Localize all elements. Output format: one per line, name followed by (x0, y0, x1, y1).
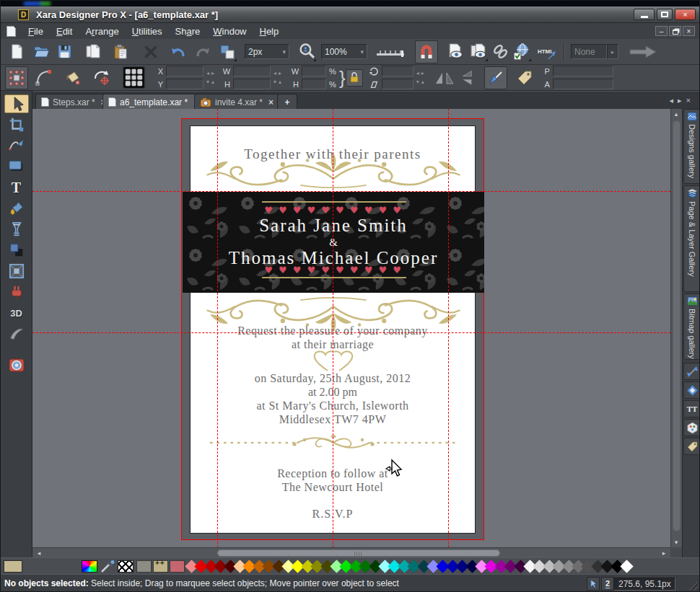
nudge-right-icon[interactable]: ▸ (211, 70, 216, 76)
push-gallery-button[interactable] (683, 363, 700, 380)
nudge-right-icon[interactable]: ▸ (421, 70, 426, 76)
stretch-combo[interactable]: None (571, 44, 607, 59)
pointer-status-button[interactable] (587, 577, 600, 591)
nudge-left-icon[interactable]: ◂ (206, 70, 211, 76)
save-button[interactable] (54, 42, 74, 62)
zoom-tool-button[interactable] (297, 42, 317, 62)
nudge-down-icon[interactable]: ▾ (206, 79, 211, 85)
photo-tool[interactable] (4, 355, 29, 374)
ampersand[interactable]: & (183, 237, 484, 249)
height-field[interactable] (233, 79, 271, 89)
undo-button[interactable] (168, 42, 188, 62)
flourish-crown-top[interactable] (204, 149, 463, 193)
menu-arrange[interactable]: Arrange (79, 25, 125, 38)
nudge-left-icon[interactable]: ◂ (416, 70, 421, 76)
close-button[interactable]: × (675, 9, 696, 20)
3d-tool[interactable]: 3D (4, 304, 29, 322)
export-html-button[interactable]: HTML (533, 42, 558, 62)
nudge-up-icon[interactable]: ▴ (421, 79, 426, 85)
current-color-swatch[interactable] (4, 560, 22, 573)
tab-invite4[interactable]: invite 4.xar *× (194, 94, 279, 110)
name-tag-button[interactable] (513, 68, 536, 88)
bride-name[interactable]: Sarah Jane Smith (183, 216, 484, 236)
horizontal-scroll-thumb[interactable] (217, 549, 500, 557)
height-percent-field[interactable] (302, 79, 326, 89)
prev-tab-icon[interactable]: ◂ (670, 96, 678, 105)
canvas[interactable]: Together with their parents Request the … (32, 109, 670, 547)
pen-tool[interactable] (4, 136, 29, 155)
mdi-close-button[interactable]: × (683, 26, 695, 36)
open-button[interactable] (31, 42, 51, 62)
titlebar[interactable]: D Xara Designer Pro X - [a6_template.xar… (1, 6, 700, 23)
transparency-tool[interactable] (4, 220, 29, 239)
snap-to-objects-button[interactable] (415, 40, 438, 63)
fonts-gallery-button[interactable]: TT (683, 400, 700, 418)
line-width-combo[interactable]: 2px▾ (245, 44, 289, 59)
paste-button[interactable] (110, 42, 131, 62)
new-document-button[interactable] (6, 42, 27, 62)
tab-bitmap-gallery[interactable]: Bitmap gallery (683, 293, 700, 360)
flourish-crown-bottom[interactable] (204, 293, 463, 336)
flip-vertical-button[interactable] (457, 68, 477, 88)
divider-ornament[interactable] (189, 435, 478, 451)
twin-hearts-icon[interactable] (306, 348, 361, 373)
tab-navigation[interactable]: ◂▸× (670, 96, 696, 105)
stretch-flyout-button[interactable]: ▸ (607, 44, 618, 59)
scroll-down-icon[interactable]: ▾ (671, 538, 681, 547)
mdi-restore-button[interactable] (669, 26, 681, 36)
crop-tool[interactable] (4, 115, 29, 134)
insert-link-button[interactable] (490, 42, 510, 62)
zoom-level-combo[interactable]: 100%▾ (321, 44, 367, 59)
menu-file[interactable]: File (22, 25, 50, 38)
tab-steps[interactable]: Steps.xar *× (35, 94, 112, 110)
no-color-swatch[interactable] (118, 560, 134, 573)
guide-horizontal[interactable] (32, 191, 670, 192)
next-tab-icon[interactable]: ▸ (678, 96, 686, 105)
leave-copy-button[interactable] (61, 68, 84, 88)
extrude-tool[interactable] (4, 283, 29, 301)
scroll-up-icon[interactable]: ▴ (671, 110, 681, 118)
rotation-angle-field[interactable] (382, 66, 414, 76)
preview-window-button[interactable] (445, 42, 465, 62)
flip-horizontal-button[interactable] (432, 68, 457, 88)
preview-all-pages-button[interactable] (468, 42, 489, 62)
photo-enhance-tool[interactable] (4, 324, 29, 343)
width-field[interactable] (233, 66, 271, 76)
menu-share[interactable]: Share (169, 25, 207, 38)
color-swatch[interactable] (170, 560, 185, 573)
selector-tool[interactable] (4, 94, 29, 113)
menu-help[interactable]: Help (253, 25, 286, 38)
color-picker-button[interactable] (100, 560, 116, 573)
selection-bounds-button[interactable] (5, 66, 28, 89)
web-properties-button[interactable] (512, 42, 532, 62)
show-edit-handles-button[interactable] (484, 66, 507, 89)
snap-indicator-button[interactable]: 2 (601, 577, 614, 591)
new-tab-button[interactable]: + (277, 94, 297, 110)
vertical-scrollbar[interactable]: ▴ ▾ (670, 109, 682, 547)
redo-button[interactable] (193, 42, 213, 62)
text-tool[interactable]: T (4, 178, 29, 197)
guide-vertical[interactable] (448, 109, 449, 547)
floral-band[interactable]: ♥ ♥ ♥ ♥ ♥ ♥ ♥ ♥ ♥ ♥ Sarah Jane Smith & T… (183, 192, 484, 293)
menu-utilities[interactable]: Utilities (126, 25, 169, 38)
paste-format-button[interactable] (217, 42, 237, 62)
scroll-right-icon[interactable]: ▸ (659, 549, 669, 557)
width-percent-field[interactable] (302, 66, 326, 76)
vertical-scroll-thumb[interactable] (673, 120, 681, 531)
menu-edit[interactable]: Edit (50, 25, 79, 38)
name-gallery-button[interactable] (683, 438, 700, 455)
tab-designs-gallery[interactable]: Designs gallery (683, 109, 700, 184)
a-field[interactable] (553, 79, 613, 89)
p-field[interactable] (553, 66, 613, 76)
export-animation-button[interactable] (627, 42, 659, 62)
delete-button[interactable] (141, 42, 161, 62)
nudge-up-icon[interactable]: ▴ (279, 79, 284, 85)
mdi-minimize-button[interactable]: – (655, 26, 668, 36)
shape-tool[interactable] (4, 157, 29, 176)
apply-transform-grid-button[interactable] (121, 66, 146, 90)
color-swatch[interactable] (620, 560, 633, 573)
tab-a6-template[interactable]: a6_template.xar *× (102, 94, 204, 110)
x-position-field[interactable] (166, 66, 204, 76)
feather-slider-button[interactable] (376, 42, 406, 62)
nudge-up-icon[interactable]: ▴ (211, 79, 216, 85)
